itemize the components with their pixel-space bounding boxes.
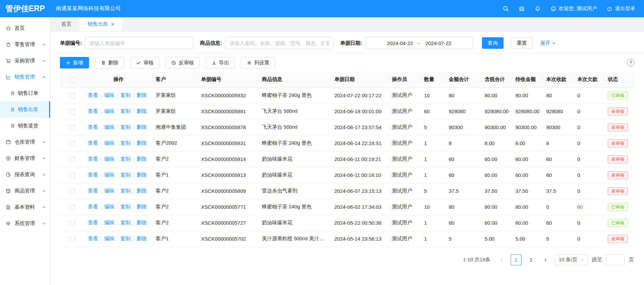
- row-action-delete[interactable]: 删除: [137, 140, 147, 146]
- sidebar-item-sales[interactable]: 销售管理: [0, 69, 50, 85]
- column-header: 单据日期: [331, 72, 388, 87]
- row-action-view[interactable]: 查看: [88, 204, 98, 209]
- row-action-delete[interactable]: 删除: [137, 92, 147, 98]
- row-checkbox[interactable]: [70, 173, 75, 178]
- row-action-view[interactable]: 查看: [88, 220, 98, 225]
- row-action-edit[interactable]: 编辑: [104, 124, 114, 130]
- row-checkbox-cell: [60, 183, 85, 199]
- row-action-edit[interactable]: 编辑: [104, 140, 114, 146]
- select-all-checkbox[interactable]: [70, 77, 75, 83]
- row-action-view[interactable]: 查看: [88, 236, 98, 241]
- row-action-edit[interactable]: 编辑: [104, 188, 114, 194]
- row-action-delete[interactable]: 删除: [137, 172, 147, 178]
- row-action-copy[interactable]: 复制: [120, 204, 131, 209]
- logout-button[interactable]: 退出登录: [606, 5, 635, 12]
- row-action-edit[interactable]: 编辑: [104, 156, 114, 162]
- audit-button[interactable]: 审核: [130, 57, 159, 68]
- row-action-view[interactable]: 查看: [88, 140, 98, 146]
- tab-home[interactable]: 首页: [53, 17, 80, 31]
- row-action-copy[interactable]: 复制: [120, 172, 131, 178]
- close-icon[interactable]: ×: [111, 22, 114, 27]
- sidebar-item-sales-outbound[interactable]: 销售出库: [0, 101, 50, 118]
- row-action-delete[interactable]: 删除: [137, 108, 147, 114]
- row-checkbox[interactable]: [70, 125, 75, 130]
- cell-product: 美汁源果粒橙 500ml 美汁美汁美汁...: [259, 231, 331, 247]
- search-icon[interactable]: [503, 5, 509, 12]
- reset-button[interactable]: 重置: [511, 37, 533, 49]
- prev-page-button[interactable]: [496, 255, 507, 265]
- delete-button[interactable]: 删除: [95, 57, 124, 68]
- help-icon[interactable]: ?: [627, 59, 635, 66]
- tab-sales-outbound[interactable]: 销售出库 ×: [80, 17, 122, 31]
- row-action-copy[interactable]: 复制: [120, 124, 131, 130]
- doc-no-input[interactable]: [85, 37, 193, 49]
- date-from-value[interactable]: 2024-04-22: [387, 40, 413, 46]
- row-action-view[interactable]: 查看: [88, 124, 98, 130]
- row-action-delete[interactable]: 删除: [137, 156, 147, 162]
- cell-doc_no: XSCK00000005878: [198, 119, 259, 135]
- row-action-view[interactable]: 查看: [88, 92, 98, 98]
- add-button[interactable]: 新增: [60, 57, 89, 68]
- row-action-edit[interactable]: 编辑: [104, 172, 114, 178]
- jump-page-input[interactable]: [606, 255, 625, 265]
- row-action-edit[interactable]: 编辑: [104, 204, 114, 209]
- row-action-view[interactable]: 查看: [88, 172, 98, 178]
- page-number-1[interactable]: 1: [511, 255, 521, 265]
- row-action-copy[interactable]: 复制: [120, 140, 131, 146]
- row-action-edit[interactable]: 编辑: [104, 220, 114, 225]
- row-checkbox[interactable]: [70, 221, 75, 226]
- row-action-copy[interactable]: 复制: [120, 92, 131, 98]
- sidebar-item-sales-order[interactable]: 销售订单: [0, 85, 50, 101]
- sidebar-item-product[interactable]: 商品管理: [0, 183, 50, 199]
- sidebar-item-basicdata[interactable]: 基本资料: [0, 199, 50, 215]
- row-action-edit[interactable]: 编辑: [104, 108, 114, 114]
- row-checkbox[interactable]: [70, 205, 75, 210]
- row-action-delete[interactable]: 删除: [137, 124, 147, 130]
- welcome-user[interactable]: 欢迎您, 测试用户: [550, 5, 597, 12]
- row-action-delete[interactable]: 删除: [137, 188, 147, 194]
- sidebar-item-warehouse[interactable]: 仓库管理: [0, 134, 50, 150]
- sidebar-item-purchase[interactable]: 采购管理: [0, 53, 50, 69]
- row-checkbox[interactable]: [70, 237, 75, 242]
- search-button[interactable]: 查询: [482, 37, 504, 49]
- sidebar-item-sales-return[interactable]: 销售退货: [0, 118, 50, 134]
- sidebar-item-retail[interactable]: 零售管理: [0, 36, 50, 53]
- row-action-copy[interactable]: 复制: [120, 188, 131, 194]
- date-range-picker[interactable]: 2024-04-22 ~ 2024-07-22: [365, 37, 473, 49]
- unaudit-button[interactable]: 反审核: [165, 57, 200, 68]
- column-settings-button[interactable]: 列设置: [241, 57, 275, 68]
- row-action-copy[interactable]: 复制: [120, 220, 131, 225]
- row-action-copy[interactable]: 复制: [120, 236, 131, 241]
- sidebar-item-finance[interactable]: 财务管理: [0, 150, 50, 166]
- app-logo[interactable]: 管伊佳ERP: [0, 3, 50, 14]
- next-page-button[interactable]: [540, 255, 551, 265]
- date-to-value[interactable]: 2024-07-22: [425, 40, 451, 46]
- row-checkbox[interactable]: [70, 189, 75, 194]
- sidebar-item-home[interactable]: 首页: [0, 20, 50, 36]
- cell-operator: 测试用户: [388, 215, 421, 231]
- row-action-delete[interactable]: 删除: [137, 236, 147, 241]
- sidebar-item-report[interactable]: 报表查询: [0, 166, 50, 183]
- page-number-2[interactable]: 2: [526, 255, 536, 265]
- row-checkbox[interactable]: [70, 109, 75, 115]
- row-action-view[interactable]: 查看: [88, 108, 98, 114]
- product-info-input[interactable]: [225, 37, 333, 49]
- page-size-select[interactable]: 10 条/页: [555, 255, 588, 265]
- home-icon[interactable]: [518, 5, 525, 12]
- row-checkbox[interactable]: [70, 141, 75, 146]
- row-action-view[interactable]: 查看: [88, 188, 98, 194]
- row-checkbox[interactable]: [70, 157, 75, 162]
- row-checkbox[interactable]: [70, 93, 75, 99]
- notification-bell-icon[interactable]: [534, 5, 541, 12]
- sidebar-item-system[interactable]: 系统管理: [0, 215, 50, 231]
- row-action-edit[interactable]: 编辑: [104, 92, 114, 98]
- row-action-edit[interactable]: 编辑: [104, 236, 114, 241]
- row-action-delete[interactable]: 删除: [137, 220, 147, 225]
- table-row: 查看|编辑|复制|删除客户1XSCK00000005813奶油味爆米花2024-…: [60, 167, 635, 183]
- row-action-view[interactable]: 查看: [88, 156, 98, 162]
- row-action-copy[interactable]: 复制: [120, 108, 131, 114]
- expand-filters-link[interactable]: 展开: [540, 40, 556, 46]
- export-button[interactable]: 导出: [206, 57, 235, 68]
- row-action-copy[interactable]: 复制: [120, 156, 131, 162]
- row-action-delete[interactable]: 删除: [137, 204, 147, 209]
